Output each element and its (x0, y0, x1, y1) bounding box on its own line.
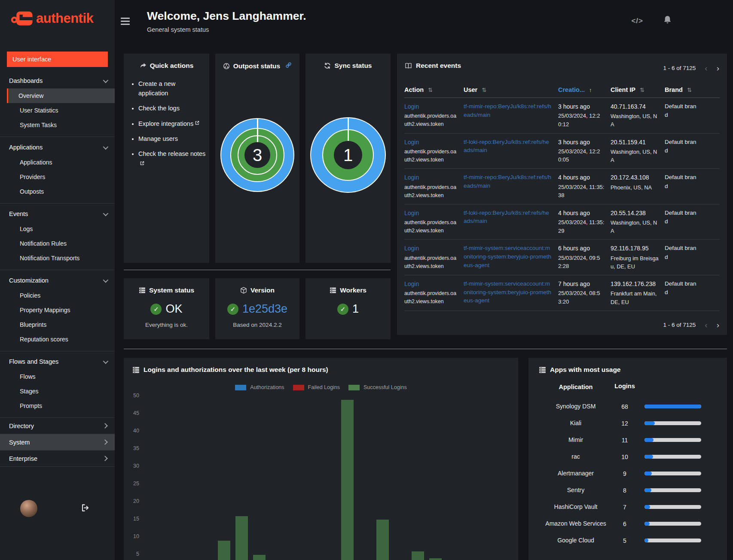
events-column-user[interactable]: User⇅ (464, 86, 552, 93)
sidebar-group-header-system[interactable]: System (0, 434, 115, 450)
sign-out-icon[interactable] (81, 504, 89, 514)
event-geo: Phoenix, US, NA (611, 183, 659, 192)
event-action-link[interactable]: Login (404, 138, 458, 146)
event-time-relative: 3 hours ago (558, 138, 605, 146)
sidebar-item-applications[interactable]: Applications (0, 155, 115, 170)
apps-usage-row: rac10 (541, 448, 719, 465)
sidebar-group-events: EventsLogsNotification RulesNotification… (0, 203, 115, 270)
event-time-absolute: 25/03/2024, 12:20:05 (558, 147, 605, 164)
sidebar-item-system-tasks[interactable]: System Tasks (0, 118, 115, 132)
sidebar-item-user-statistics[interactable]: User Statistics (0, 103, 115, 118)
event-action-link[interactable]: Login (404, 280, 458, 288)
event-action-link[interactable]: Login (404, 244, 458, 253)
event-action-link[interactable]: Login (404, 173, 458, 182)
event-user-link[interactable]: tf-mimir-repo:BeryJu/k8s:ref:refs/heads/… (464, 173, 552, 190)
progress-track (644, 438, 701, 442)
sidebar-group-header-flows-and-stages[interactable]: Flows and Stages (0, 354, 115, 369)
pagination-next-icon[interactable]: › (717, 321, 719, 329)
event-creation-cell: 3 hours ago25/03/2024, 12:20:12 (558, 102, 605, 129)
sidebar-group-label: Customization (9, 277, 49, 284)
event-user-link[interactable]: tf-mimir-repo:BeryJu/k8s:ref:refs/heads/… (464, 102, 552, 119)
event-action-link[interactable]: Login (404, 102, 458, 111)
sidebar-item-blueprints[interactable]: Blueprints (0, 317, 115, 332)
progress-track (644, 539, 701, 542)
event-action-link[interactable]: Login (404, 209, 458, 217)
notifications-bell-icon[interactable] (663, 15, 672, 26)
sidebar-group-header-dashboards[interactable]: Dashboards (0, 73, 115, 88)
apps-usage-row: Mimir11 (541, 432, 719, 448)
event-ip-cell: 92.116.178.95Freiburg im Breisgau, DE, E… (611, 244, 659, 271)
sidebar-item-stages[interactable]: Stages (0, 384, 115, 399)
y-axis-tick: 25 (124, 481, 139, 487)
event-creation-cell: 7 hours ago25/03/2024, 08:53:20 (558, 280, 605, 306)
quick-action-check-the-logs[interactable]: Check the logs (138, 104, 207, 113)
avatar[interactable] (20, 500, 37, 517)
sidebar-item-providers[interactable]: Providers (0, 170, 115, 184)
events-column-brand[interactable]: Brand⇅ (665, 86, 697, 93)
app-usage-bar (644, 421, 701, 425)
sidebar-item-prompts[interactable]: Prompts (0, 399, 115, 413)
sidebar-group-header-customization[interactable]: Customization (0, 273, 115, 288)
sidebar-group-header-directory[interactable]: Directory (0, 418, 115, 434)
chevron-down-icon (103, 77, 109, 83)
event-client-ip: 20.172.43.108 (611, 173, 659, 182)
event-user-link[interactable]: tf-mimir-system:serviceaccount:monitorin… (464, 244, 552, 269)
sidebar-item-logs[interactable]: Logs (0, 222, 115, 236)
events-header-row: Action⇅User⇅Creatio...↑Client IP⇅Brand⇅ (404, 85, 720, 98)
event-user-link[interactable]: tf-loki-repo:BeryJu/k8s:ref:refs/heads/m… (464, 138, 552, 155)
event-user-link[interactable]: tf-mimir-system:serviceaccount:monitorin… (464, 280, 552, 305)
sidebar-item-notification-transports[interactable]: Notification Transports (0, 251, 115, 265)
version-value-link[interactable]: 1e25d3e (242, 302, 287, 316)
sync-status-donut: 1 (310, 117, 386, 193)
sidebar-item-flows[interactable]: Flows (0, 369, 115, 384)
quick-action-check-the-release-notes[interactable]: Check the release notes (138, 149, 207, 169)
app-logins-count: 5 (611, 537, 638, 544)
sidebar-item-property-mappings[interactable]: Property Mappings (0, 303, 115, 317)
y-axis-tick: 35 (124, 445, 139, 451)
link-icon[interactable] (285, 62, 292, 70)
events-column-action[interactable]: Action⇅ (404, 86, 458, 93)
quick-action-explore-integrations[interactable]: Explore integrations (138, 119, 207, 129)
pagination-prev-icon[interactable]: ‹ (705, 321, 707, 329)
events-row: Loginauthentik.providers.oauth2.views.to… (404, 204, 720, 240)
sidebar-item-notification-rules[interactable]: Notification Rules (0, 236, 115, 251)
quick-action-create-a-new-application[interactable]: Create a new application (138, 79, 207, 98)
pagination-prev-icon[interactable]: ‹ (705, 64, 707, 72)
page-subtitle: General system status (147, 26, 209, 33)
page-title: Welcome, Jens Langhammer. (147, 9, 306, 23)
sidebar-group-label: Events (9, 210, 28, 217)
sidebar-group-customization: CustomizationPoliciesProperty MappingsBl… (0, 270, 115, 351)
event-geo: Freiburg im Breisgau, DE, EU (611, 254, 659, 271)
menu-toggle-icon[interactable] (121, 18, 130, 27)
events-column-label: Client IP (611, 86, 635, 93)
pagination-next-icon[interactable]: › (717, 64, 719, 72)
sidebar-item-policies[interactable]: Policies (0, 288, 115, 303)
quick-action-manage-users[interactable]: Manage users (138, 134, 207, 144)
app-logins-count: 10 (611, 453, 638, 460)
chevron-down-icon (103, 277, 109, 283)
cube-icon (240, 287, 247, 294)
sidebar-group-header-applications[interactable]: Applications (0, 140, 115, 155)
pagination-label: 1 - 6 of 7125 (663, 322, 696, 328)
event-time-relative: 4 hours ago (558, 209, 605, 217)
sidebar-item-overview[interactable]: Overview (7, 88, 115, 103)
sidebar-group-header-enterprise[interactable]: Enterprise (0, 450, 115, 466)
sidebar-item-reputation-scores[interactable]: Reputation scores (0, 332, 115, 347)
events-column-creatio-[interactable]: Creatio...↑ (558, 86, 605, 93)
events-column-client-ip[interactable]: Client IP⇅ (611, 86, 659, 93)
chart-bar-successful-logins (341, 400, 354, 560)
sidebar-item-outposts[interactable]: Outposts (0, 184, 115, 199)
version-card: Version 1e25d3e Based on 2024.2.2 (215, 278, 299, 339)
app-usage-bar (644, 405, 701, 408)
user-interface-button[interactable]: User interface (7, 52, 108, 67)
recent-events-card: Recent events 1 - 6 of 7125 ‹ › Action⇅U… (397, 54, 727, 335)
event-action-cell: Loginauthentik.providers.oauth2.views.to… (404, 280, 458, 306)
chart-plot: 5045403530252015105 (124, 358, 518, 560)
api-code-icon[interactable]: </> (631, 17, 643, 25)
events-pagination-bottom: 1 - 6 of 7125 ‹ › (663, 321, 719, 329)
share-arrow-icon (140, 62, 147, 69)
y-axis-tick: 45 (124, 410, 139, 416)
event-user-link[interactable]: tf-loki-repo:BeryJu/k8s:ref:refs/heads/m… (464, 209, 552, 225)
app-name: Sentry (541, 486, 611, 494)
sidebar-group-header-events[interactable]: Events (0, 206, 115, 222)
